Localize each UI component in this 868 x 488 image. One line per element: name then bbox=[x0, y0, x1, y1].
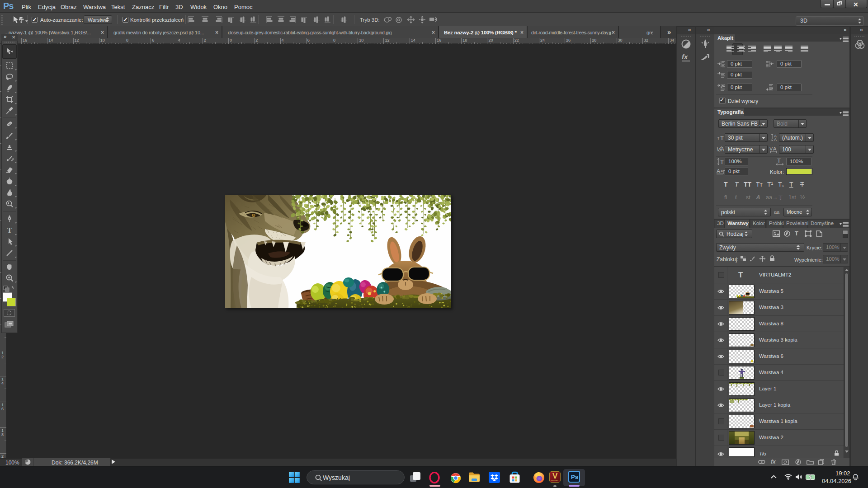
svg-text:T: T bbox=[720, 135, 724, 141]
svg-text:V: V bbox=[769, 146, 773, 151]
svg-text:A: A bbox=[721, 146, 724, 152]
svg-text:т: т bbox=[717, 136, 719, 141]
svg-text:T: T bbox=[720, 159, 724, 165]
svg-text:A: A bbox=[774, 137, 777, 141]
svg-text:z: z bbox=[856, 474, 858, 477]
svg-text:T: T bbox=[7, 226, 12, 234]
svg-text:A: A bbox=[773, 146, 777, 151]
svg-text:A: A bbox=[717, 168, 720, 174]
svg-text:T: T bbox=[777, 158, 781, 164]
svg-text:a: a bbox=[721, 169, 723, 173]
